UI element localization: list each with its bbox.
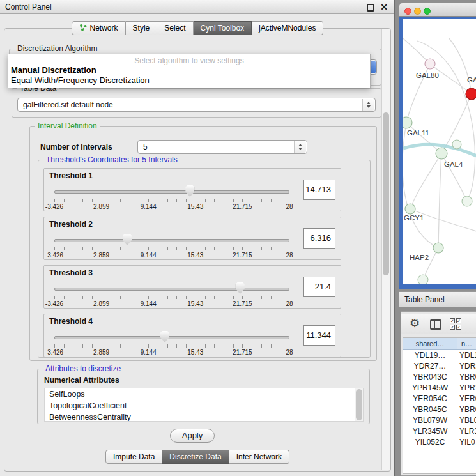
network-canvas[interactable]: GAL80 GA GAL11 GAL4 GCY1 HAP2 <box>403 19 476 284</box>
scrollbar-thumb[interactable] <box>383 112 389 275</box>
cell[interactable]: YIL052C <box>403 437 457 448</box>
cell[interactable]: YBR0… <box>457 404 476 415</box>
network-node[interactable] <box>405 204 415 214</box>
scrollbar-thumb[interactable] <box>356 389 362 420</box>
cell[interactable]: YDR2… <box>457 361 476 372</box>
column-header-name[interactable]: n… <box>457 338 476 350</box>
columns-icon[interactable] <box>430 319 441 330</box>
network-node[interactable] <box>418 275 428 284</box>
dropdown-option-equal-width-frequency[interactable]: Equal Width/Frequency Discretization <box>8 75 370 86</box>
table-row[interactable]: YBR045CYBR0… <box>403 404 476 415</box>
cell[interactable]: YDR27… <box>403 361 457 372</box>
table-data-combobox[interactable]: galFiltered.sif default node <box>17 98 376 112</box>
slider-track[interactable] <box>54 190 289 194</box>
threshold-3-value-field[interactable]: 21.4 <box>303 277 335 297</box>
node-label: GAL11 <box>407 129 429 137</box>
slider-thumb[interactable] <box>160 331 169 342</box>
threshold-4-slider[interactable]: -3.426 2.859 9.144 15.43 21.715 28 <box>54 330 289 357</box>
threshold-1-label: Threshold 1 <box>49 171 93 180</box>
table-row[interactable]: YBR043CYBR0… <box>403 372 476 383</box>
slider-track[interactable] <box>54 336 289 339</box>
scale-label: 15.43 <box>187 203 203 210</box>
gear-icon[interactable]: ⚙ <box>410 316 420 330</box>
tab-discretize-data[interactable]: Discretize Data <box>162 450 229 464</box>
cell[interactable]: YER0… <box>457 394 476 404</box>
tab-cyni-toolbox[interactable]: Cyni Toolbox <box>194 21 252 35</box>
table-row[interactable]: YPR145WYPR1… <box>403 383 476 394</box>
cell[interactable]: YLR3… <box>457 426 476 437</box>
tab-impute-data-label: Impute Data <box>113 452 155 461</box>
network-node[interactable] <box>462 196 472 206</box>
threshold-2-value-field[interactable]: 6.316 <box>303 228 335 249</box>
cell[interactable]: YBR0… <box>457 372 476 383</box>
network-node[interactable] <box>425 59 435 69</box>
table-row[interactable]: YDR27…YDR2… <box>403 361 476 372</box>
cell[interactable]: YDL19… <box>403 350 457 361</box>
network-window-titlebar <box>399 3 476 17</box>
threshold-4-label: Threshold 4 <box>49 317 93 326</box>
cell[interactable]: YBL0… <box>457 415 476 426</box>
cell[interactable]: YIL0… <box>457 437 476 448</box>
list-item[interactable]: TopologicalCoefficient <box>45 400 363 411</box>
list-item[interactable]: SelfLoops <box>45 388 363 400</box>
slider-track[interactable] <box>54 239 289 242</box>
cell[interactable]: YER054C <box>403 394 457 404</box>
cell[interactable]: YLR345W <box>403 426 457 437</box>
threshold-4-value-field[interactable]: 11.344 <box>303 325 335 346</box>
tab-network[interactable]: Network <box>72 21 126 35</box>
table-row[interactable]: YDL19…YDL1… <box>403 350 476 361</box>
slider-track[interactable] <box>54 288 289 291</box>
tab-jactivemnodules[interactable]: jActiveMNodules <box>252 21 323 35</box>
list-scrollbar[interactable] <box>355 388 363 421</box>
cell[interactable]: YPR145W <box>403 383 457 394</box>
tab-impute-data[interactable]: Impute Data <box>105 450 162 464</box>
network-node[interactable] <box>452 140 461 149</box>
threshold-3-slider[interactable]: -3.426 2.859 9.144 15.43 21.715 28 <box>54 281 289 308</box>
threshold-1-value-field[interactable]: 14.713 <box>303 180 335 200</box>
number-of-intervals-value: 5 <box>143 142 291 151</box>
number-of-intervals-combobox[interactable]: 5 <box>137 140 307 154</box>
numerical-attributes-list[interactable]: SelfLoops TopologicalCoefficient Between… <box>44 388 364 422</box>
network-node-selected[interactable] <box>466 88 476 100</box>
threshold-panel-1: Threshold 1 -3.426 2.859 9.144 15.43 21.… <box>43 168 341 211</box>
table-row[interactable]: YBL079WYBL0… <box>403 415 476 426</box>
threshold-2-slider[interactable]: -3.426 2.859 9.144 15.43 21.715 28 <box>54 233 289 259</box>
list-item[interactable]: BetweennessCentrality <box>45 411 363 422</box>
slider-thumb[interactable] <box>185 185 194 197</box>
slider-ticks <box>54 344 289 348</box>
close-traffic-light-icon[interactable] <box>404 8 411 15</box>
cell[interactable]: YBL079W <box>403 415 457 426</box>
combo-arrows-icon[interactable] <box>294 141 306 153</box>
slider-thumb[interactable] <box>236 282 245 294</box>
apply-button[interactable]: Apply <box>170 429 215 443</box>
tab-infer-network[interactable]: Infer Network <box>229 450 289 464</box>
network-view-window: GAL80 GA GAL11 GAL4 GCY1 HAP2 <box>399 3 476 289</box>
network-node[interactable] <box>436 148 447 159</box>
network-node[interactable] <box>433 243 443 253</box>
vertical-scrollbar[interactable] <box>381 29 390 470</box>
cell[interactable]: YBR045C <box>403 404 457 415</box>
tab-style[interactable]: Style <box>126 21 158 35</box>
dropdown-option-manual-discretization[interactable]: Manual Discretization <box>8 65 370 75</box>
close-icon[interactable]: ✕ <box>380 2 388 12</box>
tab-select[interactable]: Select <box>157 21 193 35</box>
cell[interactable]: YDL1… <box>457 350 476 361</box>
group-threshold-coordinates: Threshold's Coordinates for 5 Intervals … <box>38 160 371 358</box>
network-node[interactable] <box>403 117 412 128</box>
column-header-shared-name[interactable]: shared… <box>403 338 457 350</box>
tab-cyni-toolbox-label: Cyni Toolbox <box>201 24 244 33</box>
table-row[interactable]: YIL052CYIL0… <box>403 437 476 448</box>
cell[interactable]: YPR1… <box>457 383 476 394</box>
scale-label: 28 <box>286 300 293 307</box>
combo-arrows-icon[interactable] <box>362 99 374 111</box>
zoom-traffic-light-icon[interactable] <box>424 8 431 15</box>
cell[interactable]: YBR043C <box>403 372 457 383</box>
select-columns-icon[interactable]: ✓ ✓ ✓ ✓ <box>450 318 461 330</box>
threshold-1-slider[interactable]: -3.426 2.859 9.144 15.43 21.715 28 <box>54 184 289 211</box>
table-row[interactable]: YLR345WYLR3… <box>403 426 476 437</box>
control-panel-title: Control Panel <box>5 3 52 12</box>
minimize-traffic-light-icon[interactable] <box>414 8 421 15</box>
float-window-icon[interactable] <box>367 4 374 12</box>
table-row[interactable]: YER054CYER0… <box>403 394 476 404</box>
slider-thumb[interactable] <box>123 234 132 245</box>
